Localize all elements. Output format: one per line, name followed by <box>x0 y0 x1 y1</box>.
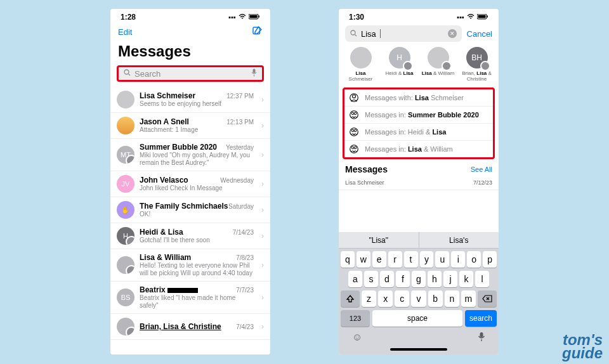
signal-icon: ▪▪▪ <box>228 13 236 21</box>
avatar: H <box>117 227 134 245</box>
svg-rect-23 <box>480 332 483 337</box>
conversation-row[interactable]: JV John Velasco Wednesday John liked Che… <box>110 171 270 197</box>
message-result-name: Lisa Schmeiser <box>345 179 384 186</box>
key-q[interactable]: q <box>341 251 355 268</box>
status-bar: 1:28 ▪▪▪ <box>110 9 270 23</box>
conversation-name: Lisa Schmeiser <box>140 91 195 100</box>
conversation-row[interactable]: H Heidi & Lisa 7/14/23 Gotcha! I'll be t… <box>110 223 270 249</box>
search-header-row: Lisa ✕ Cancel <box>339 23 499 46</box>
svg-point-21 <box>354 146 357 149</box>
key-a[interactable]: a <box>348 271 362 287</box>
svg-point-12 <box>353 94 356 98</box>
key-z[interactable]: z <box>362 290 376 307</box>
home-indicator[interactable] <box>390 348 447 351</box>
conversation-row[interactable]: Brian, Lisa & Christine 7/4/23 › <box>110 314 270 340</box>
svg-point-20 <box>351 146 354 149</box>
key-o[interactable]: o <box>467 251 481 268</box>
key-l[interactable]: l <box>475 271 489 287</box>
key-m[interactable]: m <box>461 290 476 307</box>
key-c[interactable]: c <box>395 290 409 307</box>
compose-icon[interactable] <box>251 25 263 39</box>
key-d[interactable]: d <box>380 271 394 287</box>
conversation-time: Yesterday <box>226 144 254 151</box>
conversation-name: Summer Bubble 2020 <box>140 143 217 152</box>
emoji-icon[interactable]: ☺ <box>352 332 362 344</box>
messages-section-title: Messages <box>345 164 388 174</box>
key-h[interactable]: h <box>428 271 442 287</box>
conversation-row[interactable]: ✋ The Family Schmichaels Saturday OK! › <box>110 197 270 223</box>
suggestion-line[interactable]: Messages in: Summer Bubble 2020 <box>344 107 493 124</box>
svg-point-10 <box>351 30 355 35</box>
edit-button[interactable]: Edit <box>118 27 132 37</box>
suggestion-line[interactable]: Messages in: Lisa & William <box>344 141 493 157</box>
key-j[interactable]: j <box>443 271 457 287</box>
search-key[interactable]: search <box>465 310 497 327</box>
key-x[interactable]: x <box>378 290 393 307</box>
clear-icon[interactable]: ✕ <box>448 29 457 38</box>
space-key[interactable]: space <box>372 310 462 327</box>
prediction-0[interactable]: "Lisa" <box>339 232 419 248</box>
suggestion-label: Brian, Lisa & Christine <box>459 71 495 82</box>
shift-key[interactable] <box>341 290 360 307</box>
suggestion-person[interactable]: BH Brian, Lisa & Christine <box>459 47 495 82</box>
suggestion-person[interactable]: H Heidi & Lisa <box>382 47 417 82</box>
avatar <box>428 47 449 68</box>
svg-rect-8 <box>478 15 486 18</box>
keyboard-footer: ☺ <box>341 330 497 344</box>
key-r[interactable]: r <box>388 251 402 268</box>
conversation-row[interactable]: BS Beatrix 7/7/23 Beatrix liked "I have … <box>110 282 270 314</box>
conversation-list[interactable]: Lisa Schmeiser 12:37 PM Seems to be enjo… <box>110 87 270 340</box>
numbers-key[interactable]: 123 <box>341 310 370 327</box>
suggestion-person[interactable]: Lisa & William <box>421 47 456 82</box>
key-t[interactable]: t <box>404 251 418 268</box>
search-input[interactable]: Lisa ✕ <box>345 25 462 42</box>
message-result-row[interactable]: Lisa Schmeiser 7/12/23 <box>339 177 499 190</box>
keyboard-predictions[interactable]: "Lisa" Lisa's <box>339 232 499 249</box>
ios-keyboard[interactable]: "Lisa" Lisa's qwertyuiop asdfghjkl zxcvb… <box>339 232 499 354</box>
conversation-row[interactable]: Lisa & William 7/8/23 Hello! Texting to … <box>110 249 270 282</box>
chevron-right-icon: › <box>261 261 264 270</box>
key-k[interactable]: k <box>459 271 473 287</box>
suggestion-line[interactable]: Messages with: Lisa Schmeiser <box>344 89 493 107</box>
status-time: 1:28 <box>121 13 136 22</box>
svg-point-15 <box>354 112 357 115</box>
page-title: Messages <box>110 42 270 63</box>
status-icons: ▪▪▪ <box>457 13 488 21</box>
key-p[interactable]: p <box>483 251 497 268</box>
keyboard-row-4: 123 space search <box>341 310 497 327</box>
group-icon <box>350 145 358 153</box>
key-b[interactable]: b <box>428 290 443 307</box>
conversation-row[interactable]: Lisa Schmeiser 12:37 PM Seems to be enjo… <box>110 87 270 113</box>
suggestion-person[interactable]: Lisa Schmeiser <box>343 47 379 82</box>
key-s[interactable]: s <box>364 271 378 287</box>
messages-section-header: Messages See All <box>339 163 499 177</box>
see-all-button[interactable]: See All <box>471 166 492 173</box>
key-g[interactable]: g <box>412 271 426 287</box>
conversation-preview: John liked Check In Message <box>140 185 254 192</box>
signal-icon: ▪▪▪ <box>457 13 464 21</box>
avatar-mini <box>480 61 490 71</box>
key-y[interactable]: y <box>420 251 434 268</box>
search-icon <box>350 29 357 39</box>
key-n[interactable]: n <box>445 290 459 307</box>
avatar-mini <box>403 61 413 71</box>
avatar: ✋ <box>117 201 134 219</box>
key-u[interactable]: u <box>435 251 449 268</box>
key-w[interactable]: w <box>357 251 370 268</box>
key-f[interactable]: f <box>396 271 410 287</box>
conversation-row[interactable]: MT Summer Bubble 2020 Yesterday Miki lov… <box>110 139 270 171</box>
dictate-icon[interactable] <box>478 332 485 344</box>
mic-icon[interactable] <box>251 68 257 79</box>
search-bar[interactable]: Search <box>117 65 264 82</box>
key-e[interactable]: e <box>372 251 386 268</box>
conversation-row[interactable]: Jason A Snell 12:13 PM Attachment: 1 Ima… <box>110 113 270 139</box>
suggestion-list-block: Messages with: Lisa SchmeiserMessages in… <box>343 88 495 159</box>
key-i[interactable]: i <box>451 251 465 268</box>
avatar: H <box>389 47 410 68</box>
key-v[interactable]: v <box>411 290 426 307</box>
backspace-key[interactable] <box>478 290 497 307</box>
cancel-button[interactable]: Cancel <box>467 29 492 39</box>
prediction-1[interactable]: Lisa's <box>419 232 499 248</box>
chevron-right-icon: › <box>261 95 264 104</box>
suggestion-line[interactable]: Messages in: Heidi & Lisa <box>344 124 493 141</box>
